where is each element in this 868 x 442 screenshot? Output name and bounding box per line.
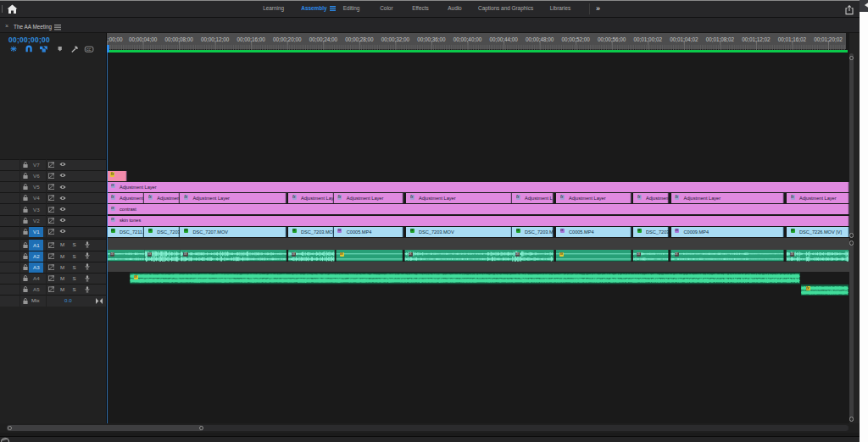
svg-text:cc: cc (86, 47, 92, 52)
